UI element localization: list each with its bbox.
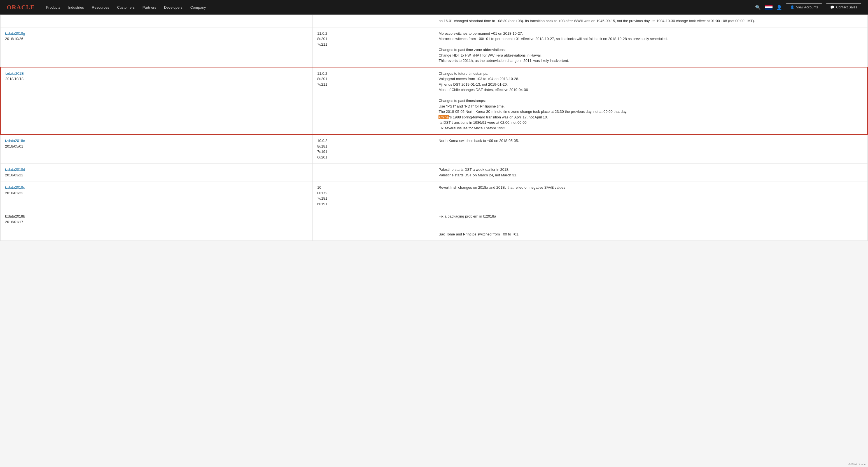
user-icon: 👤 [776, 5, 782, 10]
tzdata-link[interactable]: tzdata2018c [5, 185, 25, 190]
cell-versions-top [312, 15, 434, 27]
notes-text-after: 's 1988 spring-forward transition was on… [438, 115, 548, 130]
cell-date: 2018/01/22 [5, 191, 23, 195]
cell-notes-top: on 16-01 changed standard time to +08:30… [434, 15, 868, 27]
view-accounts-button[interactable]: 👤 View Accounts [786, 3, 822, 11]
table-row: tzdata2018g 2018/10/26 11.0.2 8u201 7u21… [1, 27, 868, 67]
search-button[interactable]: 🔍 [755, 5, 761, 10]
table-row-partial-top: on 16-01 changed standard time to +08:30… [1, 15, 868, 27]
cell-notes-complex: Changes to future timestamps: Volgograd … [434, 67, 868, 135]
notes-text-before: Changes to future timestamps: Volgograd … [438, 71, 627, 114]
tzdata-table: on 16-01 changed standard time to +08:30… [0, 14, 868, 241]
table-row: tzdata2018d 2018/03/22 Palestine starts … [1, 163, 868, 181]
cell-notes: Palestine starts DST a week earlier in 2… [434, 163, 868, 181]
nav-company[interactable]: Company [190, 5, 206, 9]
accounts-icon: 👤 [790, 5, 794, 9]
search-icon: 🔍 [755, 5, 761, 10]
cell-notes: Morocco switches to permanent +01 on 201… [434, 27, 868, 67]
cell-versions-bottom [312, 228, 434, 241]
cell-id: tzdata2018e 2018/05/01 [1, 134, 313, 163]
nav-resources[interactable]: Resources [92, 5, 109, 9]
cell-versions [312, 163, 434, 181]
tzdata-link[interactable]: tzdata2018f [5, 71, 24, 75]
user-icon-button[interactable]: 👤 [776, 5, 782, 10]
cell-id-bottom [1, 228, 313, 241]
cell-date: 2018/03/22 [5, 173, 23, 177]
cell-date: 2018/10/26 [5, 37, 23, 41]
chat-icon: 💬 [830, 5, 834, 9]
cell-date: 2018/01/17 [5, 220, 23, 224]
oracle-logo: ORACLE [7, 4, 35, 11]
nav-industries[interactable]: Industries [68, 5, 84, 9]
cell-versions: 10.0.2 8u181 7u191 6u201 [312, 134, 434, 163]
tzdata-link[interactable]: tzdata2018d [5, 167, 25, 172]
china-highlight: China [438, 115, 449, 119]
nav-right-section: 🔍 👤 👤 View Accounts 💬 Contact Sales [755, 3, 861, 11]
page-content: on 16-01 changed standard time to +08:30… [0, 14, 868, 241]
cell-versions: 11.0.2 8u201 7u211 [312, 27, 434, 67]
table-row: tzdata2018c 2018/01/22 10 8u172 7u181 6u… [1, 181, 868, 210]
cell-versions [312, 210, 434, 228]
cell-id: tzdata2018g 2018/10/26 [1, 27, 313, 67]
table-row: tzdata2018e 2018/05/01 10.0.2 8u181 7u19… [1, 134, 868, 163]
tzdata-link[interactable]: tzdata2018g [5, 31, 25, 36]
cell-notes: North Korea switches back to +09 on 2018… [434, 134, 868, 163]
nav-products[interactable]: Products [46, 5, 60, 9]
cell-id: tzdata2018c 2018/01/22 [1, 181, 313, 210]
tzdata-link[interactable]: tzdata2018e [5, 138, 25, 143]
table-row-highlighted: tzdata2018f 2018/10/18 11.0.2 8u201 7u21… [1, 67, 868, 135]
nav-developers[interactable]: Developers [164, 5, 183, 9]
cell-versions: 11.0.2 8u201 7u211 [312, 67, 434, 135]
cell-id: tzdata2018f 2018/10/18 [1, 67, 313, 135]
cell-notes-bottom: São Tomé and Príncipe switched from +00 … [434, 228, 868, 241]
table-row: tzdata2018b 2018/01/17 Fix a packaging p… [1, 210, 868, 228]
nav-partners[interactable]: Partners [143, 5, 156, 9]
cell-versions: 10 8u172 7u181 6u191 [312, 181, 434, 210]
cell-id-top [1, 15, 313, 27]
cell-notes: Revert Irish changes on 2018a and 2018b … [434, 181, 868, 210]
navigation: ORACLE Products Industries Resources Cus… [0, 0, 868, 14]
table-row-partial-bottom: São Tomé and Príncipe switched from +00 … [1, 228, 868, 241]
cell-date: 2018/10/18 [5, 77, 24, 81]
cell-id: tzdata2018b 2018/01/17 [1, 210, 313, 228]
tzdata-id-text: tzdata2018b [5, 214, 25, 218]
contact-sales-button[interactable]: 💬 Contact Sales [826, 3, 861, 11]
language-flag [765, 5, 773, 10]
cell-date: 2018/05/01 [5, 144, 23, 148]
nav-links: Products Industries Resources Customers … [46, 5, 755, 9]
cell-id: tzdata2018d 2018/03/22 [1, 163, 313, 181]
nav-customers[interactable]: Customers [117, 5, 135, 9]
cell-notes: Fix a packaging problem in tz2018a [434, 210, 868, 228]
